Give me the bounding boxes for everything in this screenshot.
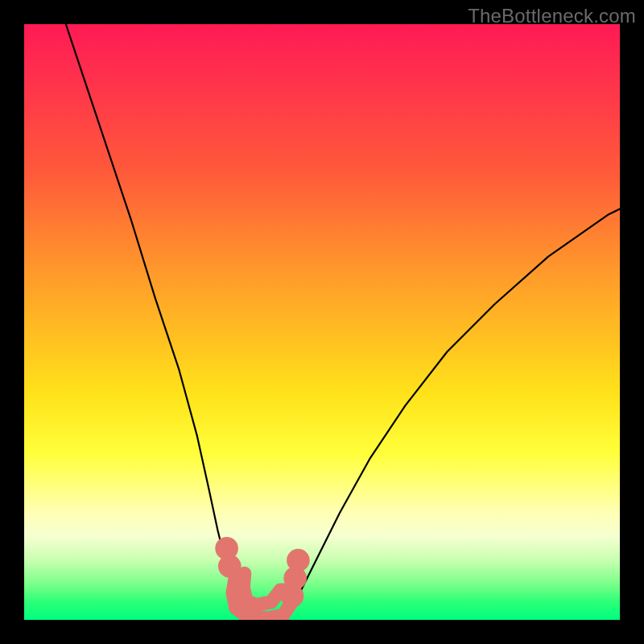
series-left-curve xyxy=(66,24,245,620)
chart-frame: TheBottleneck.com xyxy=(0,0,644,644)
left-dot-lower xyxy=(218,555,242,578)
right-dot-lower xyxy=(281,584,304,608)
curve-layer xyxy=(24,24,620,620)
plot-area xyxy=(24,24,620,620)
series-group xyxy=(66,24,620,620)
series-right-curve xyxy=(287,208,620,620)
